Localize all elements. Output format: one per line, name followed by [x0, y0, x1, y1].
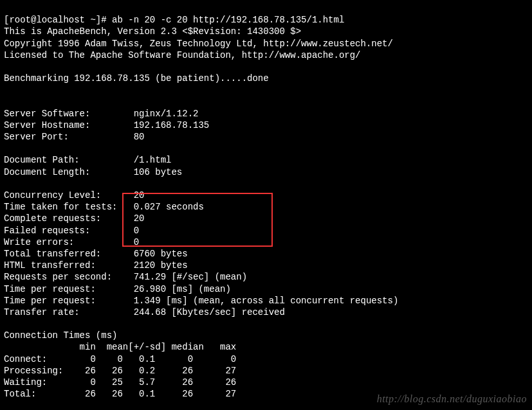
- row-server-hostname: Server Hostname: 192.168.78.135: [4, 120, 209, 130]
- row-concurrency: Concurrency Level: 20: [4, 190, 144, 201]
- row-doc-path: Document Path: /1.html: [4, 155, 171, 165]
- row-html-transferred: HTML transferred: 2120 bytes: [4, 260, 188, 271]
- row-tpr-2: Time per request: 1.349 [ms] (mean, acro…: [4, 296, 398, 306]
- row-server-software: Server Software: nginx/1.12.2: [4, 109, 198, 119]
- row-failed-requests: Failed requests: 0: [4, 226, 139, 236]
- conn-row-connect: Connect: 0 0 0.1 0 0: [4, 354, 236, 364]
- row-tpr-1: Time per request: 26.980 [ms] (mean): [4, 284, 231, 294]
- row-total-transferred: Total transferred: 6760 bytes: [4, 249, 188, 259]
- row-server-port: Server Port: 80: [4, 132, 144, 142]
- conn-row-processing: Processing: 26 26 0.2 26 27: [4, 366, 236, 376]
- highlight-rectangle: [122, 193, 273, 247]
- conn-times-columns: min mean[+/-sd] median max: [4, 342, 236, 352]
- row-rps: Requests per second: 741.29 [#/sec] (mea…: [4, 272, 247, 282]
- benchmark-line: Benchmarking 192.168.78.135 (be patient)…: [4, 73, 269, 84]
- intro-line-2: Copyright 1996 Adam Twiss, Zeus Technolo…: [4, 39, 393, 49]
- conn-row-total: Total: 26 26 0.1 26 27: [4, 389, 236, 399]
- row-write-errors: Write errors: 0: [4, 237, 139, 247]
- watermark-text: http://blog.csdn.net/duguxiaobiao: [377, 393, 527, 406]
- row-doc-length: Document Length: 106 bytes: [4, 167, 182, 177]
- conn-row-waiting: Waiting: 0 25 5.7 26 26: [4, 377, 236, 388]
- command-line[interactable]: ab -n 20 -c 20 http://192.168.78.135/1.h…: [112, 15, 344, 25]
- row-complete-requests: Complete requests: 20: [4, 213, 144, 224]
- terminal-output: [root@localhost ~]# ab -n 20 -c 20 http:…: [0, 0, 532, 410]
- intro-line-1: This is ApacheBench, Version 2.3 <$Revis…: [4, 26, 301, 37]
- conn-times-header: Connection Times (ms): [4, 330, 117, 341]
- row-transfer-rate: Transfer rate: 244.68 [Kbytes/sec] recei…: [4, 307, 285, 317]
- row-time-taken: Time taken for tests: 0.027 seconds: [4, 202, 204, 212]
- shell-prompt: [root@localhost ~]#: [4, 15, 112, 25]
- intro-line-3: Licensed to The Apache Software Foundati…: [4, 50, 361, 60]
